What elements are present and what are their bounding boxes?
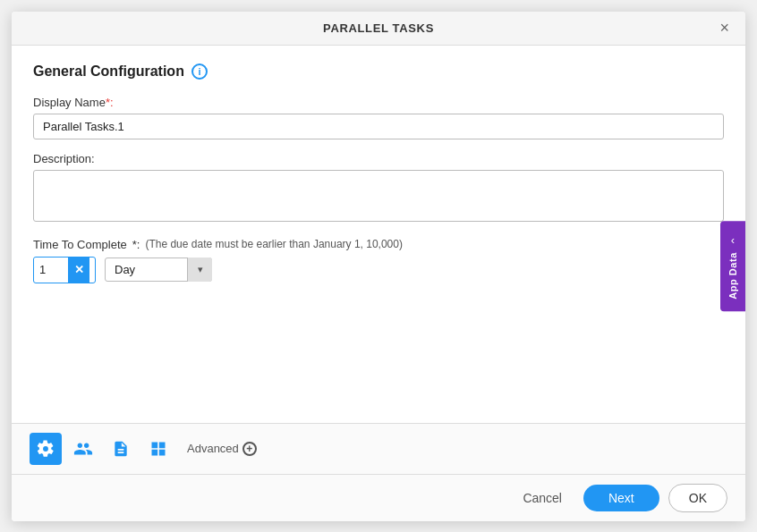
description-label: Description: (33, 152, 724, 165)
modal-header: PARALLEL TASKS × (12, 12, 745, 46)
modal-wrapper: PARALLEL TASKS × General Configuration i… (0, 0, 757, 532)
app-data-chevron-icon: ‹ (731, 233, 735, 247)
advanced-label: Advanced (187, 442, 239, 455)
time-unit-select-wrapper: Minute Hour Day Week Month ▾ (105, 258, 212, 282)
time-complete-note: (The due date must be earlier than Janua… (145, 238, 403, 250)
display-name-input[interactable] (33, 114, 724, 139)
toolbar-icons: Advanced + (30, 433, 264, 465)
footer-actions: Cancel Next OK (12, 474, 745, 521)
info-icon[interactable]: i (191, 63, 208, 80)
ok-button[interactable]: OK (668, 484, 727, 512)
time-to-complete-field-group: Time To Complete*: (The due date must be… (33, 238, 724, 283)
modal-title: PARALLEL TASKS (323, 21, 434, 35)
close-button[interactable]: × (714, 18, 735, 38)
time-number-wrapper: ✕ (33, 257, 96, 283)
time-unit-select[interactable]: Minute Hour Day Week Month (105, 258, 212, 282)
display-name-field-group: Display Name*: (33, 96, 724, 139)
description-input[interactable] (33, 170, 724, 222)
description-field-group: Description: (33, 152, 724, 225)
toolbar: Advanced + (12, 423, 745, 474)
app-data-tab[interactable]: ‹ App Data (720, 221, 745, 312)
time-to-complete-label: Time To Complete*: (The due date must be… (33, 238, 724, 251)
section-title: General Configuration (33, 63, 184, 80)
modal-dialog: PARALLEL TASKS × General Configuration i… (12, 12, 745, 521)
document-icon (112, 440, 130, 458)
next-button[interactable]: Next (583, 485, 659, 511)
time-required-marker: *: (132, 238, 140, 251)
toolbar-document-button[interactable] (105, 433, 137, 465)
app-data-label: App Data (727, 252, 738, 300)
required-marker: *: (106, 96, 114, 109)
toolbar-users-button[interactable] (67, 433, 99, 465)
gear-icon (37, 440, 55, 458)
grid-icon (149, 440, 167, 458)
modal-body: General Configuration i Display Name*: D… (12, 46, 745, 423)
cancel-button[interactable]: Cancel (510, 486, 574, 511)
time-complete-row: ✕ Minute Hour Day Week Month ▾ (33, 257, 724, 283)
display-name-label: Display Name*: (33, 96, 724, 109)
time-number-input[interactable] (34, 258, 68, 281)
advanced-plus-icon: + (242, 442, 257, 456)
toolbar-grid-button[interactable] (142, 433, 174, 465)
time-clear-button[interactable]: ✕ (68, 258, 89, 283)
toolbar-gear-button[interactable] (30, 433, 62, 465)
section-header: General Configuration i (33, 63, 724, 80)
advanced-button[interactable]: Advanced + (180, 438, 264, 460)
users-icon (73, 439, 93, 459)
